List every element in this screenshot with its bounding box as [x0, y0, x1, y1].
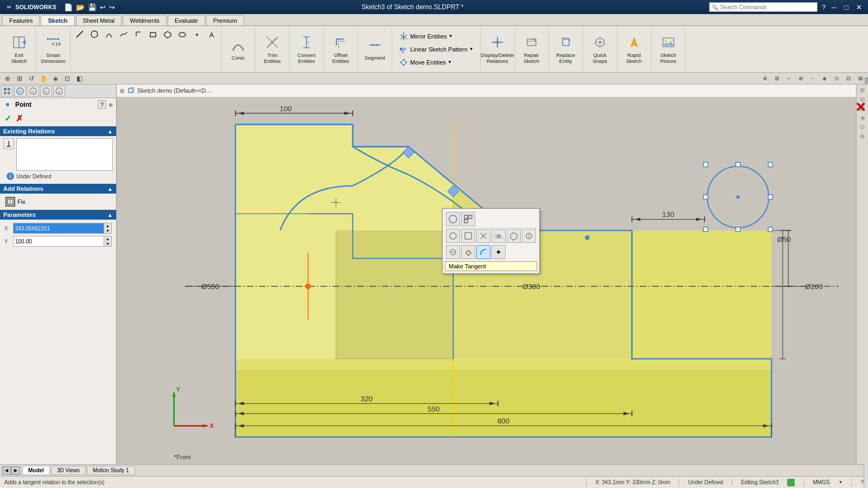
- sketch-picture-btn[interactable]: SketchPicture: [654, 28, 683, 69]
- right-edge-btn-4[interactable]: ◈: [860, 114, 865, 121]
- move-dropdown-icon[interactable]: ▼: [448, 60, 452, 65]
- view-btn-8[interactable]: ⊟: [843, 74, 854, 84]
- x-down-btn[interactable]: ▼: [104, 228, 111, 233]
- view-btn-1[interactable]: ⊕: [760, 74, 770, 84]
- status-dropdown-icon[interactable]: ▼: [839, 480, 843, 485]
- search-bar[interactable]: 🔍: [709, 2, 818, 12]
- right-edge-btn-6[interactable]: ⊕: [860, 133, 865, 140]
- existing-relations-header[interactable]: Existing Relations ▲: [0, 126, 116, 136]
- repair-sketch-btn[interactable]: RepairSketch: [517, 28, 546, 69]
- offset-entities-btn[interactable]: OffsetEntities: [326, 28, 355, 69]
- popup-btn-j[interactable]: ✦: [492, 245, 506, 259]
- minimize-btn[interactable]: ─: [830, 3, 838, 11]
- popup-btn-d[interactable]: [492, 229, 506, 243]
- fix-relation-item[interactable]: Fix: [3, 196, 113, 208]
- convert-entities-btn[interactable]: ConvertEntities: [292, 28, 321, 69]
- search-input[interactable]: [718, 4, 805, 10]
- rect-btn[interactable]: [146, 29, 160, 41]
- exit-sketch-btn[interactable]: ExitSketch: [4, 28, 34, 69]
- text-btn[interactable]: A: [205, 29, 219, 41]
- rotate-btn[interactable]: ↺: [26, 74, 37, 84]
- expand-icon[interactable]: ⊞: [120, 88, 124, 94]
- rapid-sketch-btn[interactable]: RapidSketch: [620, 28, 649, 69]
- view-btn-4[interactable]: ⊗: [795, 74, 806, 84]
- arc-btn[interactable]: [102, 28, 116, 40]
- help-btn[interactable]: ?: [822, 3, 826, 11]
- nav-left-btn[interactable]: ◀: [2, 466, 11, 475]
- tab-evaluate[interactable]: Evaluate: [168, 15, 205, 25]
- right-edge-btn-5[interactable]: ⊙: [860, 124, 865, 131]
- y-down-btn[interactable]: ▼: [104, 241, 111, 246]
- point-collapse-btn[interactable]: ⊗: [108, 102, 113, 108]
- sketch-fillet-btn[interactable]: [131, 28, 145, 40]
- view-btn-7[interactable]: ⊙: [831, 74, 842, 84]
- cancel-btn[interactable]: ✗: [16, 113, 23, 124]
- right-edge-btn-1[interactable]: ⊞: [860, 87, 865, 94]
- tab-premium[interactable]: Premium: [206, 15, 244, 25]
- zoom-area-btn[interactable]: ⊞: [14, 74, 25, 84]
- popup-btn-f[interactable]: [522, 229, 536, 243]
- accept-btn[interactable]: ✓: [4, 113, 11, 124]
- popup-btn-h[interactable]: ◇: [461, 245, 475, 259]
- mirror-entities-btn[interactable]: Mirror Entities ▼: [395, 30, 477, 43]
- ellipse-btn[interactable]: [175, 29, 189, 41]
- point-help-btn[interactable]: ?: [98, 100, 106, 109]
- popup-btn-c[interactable]: [476, 229, 490, 243]
- popup-btn-g[interactable]: [446, 245, 460, 259]
- y-input[interactable]: [14, 238, 104, 245]
- segment-btn[interactable]: Segment: [360, 28, 390, 69]
- property-manager-tab[interactable]: P: [14, 86, 26, 97]
- view-btn-6[interactable]: ◈: [819, 74, 830, 84]
- display-style-btn[interactable]: ⊡: [62, 74, 73, 84]
- line-btn[interactable]: [73, 28, 87, 40]
- bottom-tab-model[interactable]: Model: [22, 466, 50, 475]
- move-entities-btn[interactable]: Move Entities ▼: [395, 56, 477, 69]
- open-btn[interactable]: 📂: [75, 3, 86, 11]
- conic-btn[interactable]: Conic: [224, 28, 253, 69]
- view-orient-btn[interactable]: ◈: [50, 74, 61, 84]
- replace-entity-btn[interactable]: ReplaceEntity: [551, 28, 580, 69]
- sketch-svg[interactable]: 100 130 Ø550 Ø300 Ø50 Ø200: [117, 97, 868, 464]
- linear-sketch-pattern-btn[interactable]: Linear Sketch Pattern ▼: [395, 43, 477, 56]
- quick-snaps-btn[interactable]: QuickSnaps: [585, 28, 615, 69]
- view-btn-5[interactable]: ◦: [807, 74, 818, 84]
- x-input[interactable]: [14, 225, 104, 232]
- tab-weldments[interactable]: Weldments: [123, 15, 167, 25]
- bottom-tab-motion-study[interactable]: Motion Study 1: [87, 466, 135, 475]
- view-btn-3[interactable]: ↔: [783, 74, 794, 84]
- save-btn[interactable]: 💾: [87, 3, 98, 11]
- mirror-dropdown-icon[interactable]: ▼: [449, 34, 453, 38]
- restore-btn[interactable]: □: [843, 3, 850, 11]
- popup-btn-i[interactable]: [476, 245, 490, 259]
- zoom-fit-btn[interactable]: ⊕: [2, 74, 13, 84]
- canvas-area[interactable]: ⊞ Sketch demo (Default<<D...: [117, 85, 868, 464]
- tab-sheet-metal[interactable]: Sheet Metal: [76, 15, 122, 25]
- circle-btn[interactable]: [87, 28, 101, 40]
- feature-manager-tab[interactable]: [1, 86, 13, 97]
- pan-btn[interactable]: ✋: [38, 74, 49, 84]
- undo-btn[interactable]: ↩: [99, 3, 107, 11]
- add-relations-header[interactable]: Add Relations ▲: [0, 184, 116, 194]
- popup-btn-b[interactable]: [461, 229, 475, 243]
- polygon-btn[interactable]: [161, 29, 175, 41]
- section-view-btn[interactable]: ◧: [74, 74, 85, 84]
- popup-btn-a[interactable]: [446, 229, 460, 243]
- new-btn[interactable]: 📄: [63, 3, 74, 11]
- redo-btn[interactable]: ↪: [108, 3, 116, 11]
- nav-right-btn[interactable]: ▶: [11, 466, 20, 475]
- tab-features[interactable]: Features: [2, 15, 40, 25]
- view-btn-2[interactable]: ⊞: [771, 74, 782, 84]
- point-btn[interactable]: [190, 29, 204, 41]
- config-manager-tab[interactable]: C: [27, 86, 39, 97]
- popup-circle-btn[interactable]: [446, 212, 460, 226]
- feature-tree-bar[interactable]: ⊞ Sketch demo (Default<<D...: [117, 85, 856, 97]
- popup-btn-e[interactable]: [507, 229, 521, 243]
- bottom-tab-3d-views[interactable]: 3D Views: [51, 466, 86, 475]
- trim-entities-btn[interactable]: TrimEntities: [258, 28, 287, 69]
- popup-grid-btn[interactable]: [461, 212, 475, 226]
- tab-sketch[interactable]: Sketch: [41, 15, 74, 25]
- display-delete-relations-btn[interactable]: Display/DeleteRelations: [483, 28, 512, 69]
- close-panel-btn[interactable]: ✕: [855, 101, 866, 114]
- close-btn[interactable]: ✕: [854, 3, 864, 11]
- dim-expert-tab[interactable]: D: [40, 86, 52, 97]
